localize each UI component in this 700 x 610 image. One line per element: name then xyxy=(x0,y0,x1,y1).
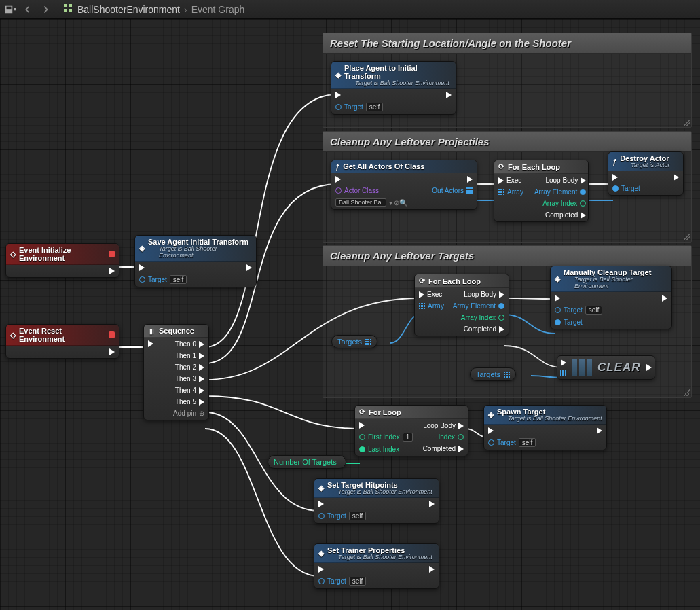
exec-out-pin[interactable] xyxy=(597,427,602,434)
then-3-pin[interactable]: Then 3 xyxy=(175,375,204,382)
exec-in-pin[interactable]: Exec xyxy=(498,177,523,184)
last-index-pin[interactable]: Last Index xyxy=(359,446,413,453)
node-header: ƒ Get All Actors Of Class xyxy=(331,160,477,173)
function-icon: ƒ xyxy=(335,162,339,171)
node-event-initialize[interactable]: ◇ Event Initialize Environment xyxy=(5,243,119,278)
then-2-pin[interactable]: Then 2 xyxy=(175,363,204,371)
exec-in-pin[interactable] xyxy=(318,566,366,573)
out-actors-pin[interactable]: Out Actors xyxy=(432,187,473,194)
exec-out-pin[interactable] xyxy=(674,174,679,181)
index-pin[interactable]: Index xyxy=(439,433,464,441)
exec-in-pin[interactable] xyxy=(139,264,187,271)
array-element-pin[interactable]: Array Element xyxy=(453,302,504,310)
variable-targets-1[interactable]: Targets xyxy=(331,335,377,348)
target-pin[interactable]: Targetself xyxy=(318,512,366,520)
graph-canvas[interactable]: Reset The Starting Location/Angle on the… xyxy=(0,19,700,610)
exec-in-pin[interactable] xyxy=(148,340,153,347)
forward-button[interactable] xyxy=(38,2,53,17)
completed-pin[interactable]: Completed xyxy=(545,211,586,219)
resize-grip-icon[interactable] xyxy=(683,234,690,240)
loop-body-pin[interactable]: Loop Body xyxy=(464,291,504,298)
node-save-agent-initial-transform[interactable]: ◈ Save Agent Initial Transform Target is… xyxy=(134,235,257,287)
back-button[interactable] xyxy=(20,2,35,17)
node-sequence[interactable]: ⫼ Sequence Then 0 Then 1 Then 2 Then 3 T… xyxy=(143,324,209,420)
target-pin[interactable]: Target xyxy=(555,319,602,326)
exec-in-pin[interactable] xyxy=(561,359,566,366)
variable-targets-2[interactable]: Targets xyxy=(470,367,516,381)
target-pin[interactable]: Targetself xyxy=(139,275,187,284)
event-badge-icon xyxy=(109,331,115,338)
node-title: For Each Loop xyxy=(428,277,481,285)
node-set-trainer-properties[interactable]: ◈ Set Trainer Properties Target is Ball … xyxy=(314,543,439,589)
breadcrumb-item-graph[interactable]: Event Graph xyxy=(191,4,245,15)
exec-out-pin[interactable] xyxy=(246,264,252,271)
first-index-pin[interactable]: First Index1 xyxy=(359,433,413,442)
exec-in-pin[interactable] xyxy=(488,427,536,434)
array-in-pin[interactable]: Array xyxy=(419,302,444,310)
breadcrumb-item-blueprint[interactable]: BallShooterEnvironment xyxy=(77,4,180,15)
exec-in-pin[interactable] xyxy=(335,92,383,98)
exec-in-pin[interactable] xyxy=(335,176,407,183)
actor-class-dropdown[interactable]: Ball Shooter Bal▾ ⊘🔍 xyxy=(335,198,407,207)
array-in-pin[interactable] xyxy=(560,370,566,376)
resize-grip-icon[interactable] xyxy=(683,119,690,126)
exec-out-pin[interactable] xyxy=(662,295,667,302)
function-icon: ◈ xyxy=(335,71,341,79)
exec-in-pin[interactable] xyxy=(612,174,640,181)
svg-rect-4 xyxy=(64,9,67,12)
exec-out-pin[interactable] xyxy=(446,92,452,98)
exec-in-pin[interactable] xyxy=(555,295,602,302)
target-pin[interactable]: Targetself xyxy=(488,438,536,447)
target-pin[interactable]: Targetself xyxy=(335,103,383,111)
function-icon: ◈ xyxy=(318,549,324,558)
node-foreach-targets[interactable]: ⟳ For Each Loop Exec Array Loop Body Arr… xyxy=(414,274,509,336)
then-4-pin[interactable]: Then 4 xyxy=(175,387,204,394)
variable-number-of-targets[interactable]: Number Of Targets xyxy=(268,455,346,469)
target-pin[interactable]: Targetself xyxy=(318,577,366,586)
node-header: ⟳ For Each Loop xyxy=(494,160,588,174)
array-index-pin[interactable]: Array Index xyxy=(542,200,586,207)
node-header: ◈ Save Agent Initial Transform Target is… xyxy=(135,236,256,262)
then-0-pin[interactable]: Then 0 xyxy=(175,340,204,348)
node-place-agent[interactable]: ◈ Place Agent to Initial Transform Targe… xyxy=(331,61,456,115)
exec-out-pin[interactable] xyxy=(429,566,435,573)
then-1-pin[interactable]: Then 1 xyxy=(175,352,204,359)
exec-in-pin[interactable] xyxy=(318,501,366,507)
breadcrumb: BallShooterEnvironment › Event Graph xyxy=(62,3,244,16)
target-self-pin[interactable]: Targetself xyxy=(555,306,602,315)
node-destroy-actor[interactable]: ƒ Destroy Actor Target is Actor Target xyxy=(608,151,684,196)
exec-in-pin[interactable] xyxy=(359,422,413,429)
node-set-target-hitpoints[interactable]: ◈ Set Target Hitpoints Target is Ball Sh… xyxy=(314,478,439,524)
actor-class-pin[interactable]: Actor Class xyxy=(335,187,407,194)
resize-grip-icon[interactable] xyxy=(683,389,690,396)
node-manually-cleanup-target[interactable]: ◈ Manually Cleanup Target Target is Ball… xyxy=(550,266,672,329)
exec-in-pin[interactable]: Exec xyxy=(419,291,444,298)
node-for-loop[interactable]: ⟳ For Loop First Index1 Last Index Loop … xyxy=(354,405,468,456)
array-element-pin[interactable]: Array Element xyxy=(532,188,586,196)
node-clear-array[interactable]: CLEAR xyxy=(557,355,655,380)
comment-title: Cleanup Any Leftover Projectiles xyxy=(323,132,691,152)
exec-out-pin[interactable] xyxy=(109,268,115,274)
clear-label: CLEAR xyxy=(597,361,641,374)
exec-out-pin[interactable] xyxy=(467,176,473,183)
exec-out-pin[interactable] xyxy=(429,501,435,507)
exec-out-pin[interactable] xyxy=(109,348,115,355)
node-event-reset[interactable]: ◇ Event Reset Environment xyxy=(5,324,119,359)
loop-body-pin[interactable]: Loop Body xyxy=(423,422,464,429)
completed-pin[interactable]: Completed xyxy=(423,445,464,452)
array-index-pin[interactable]: Array Index xyxy=(461,314,504,321)
loop-icon: ⟳ xyxy=(419,276,425,285)
array-in-pin[interactable]: Array xyxy=(498,188,523,196)
node-foreach-projectiles[interactable]: ⟳ For Each Loop Exec Array Loop Body Arr… xyxy=(494,160,589,222)
exec-out-pin[interactable] xyxy=(646,364,652,371)
node-header: ◈ Manually Cleanup Target Target is Ball… xyxy=(551,266,671,292)
save-dropdown-button[interactable]: ▾ xyxy=(3,2,18,17)
node-spawn-target[interactable]: ◈ Spawn Target Target is Ball Shooter En… xyxy=(483,405,607,450)
add-pin-button[interactable]: Add pin⊕ xyxy=(173,410,204,417)
completed-pin[interactable]: Completed xyxy=(464,325,504,333)
node-get-all-actors[interactable]: ƒ Get All Actors Of Class Actor Class Ba… xyxy=(331,160,477,210)
then-5-pin[interactable]: Then 5 xyxy=(175,398,204,406)
loop-body-pin[interactable]: Loop Body xyxy=(545,177,586,184)
loop-icon: ⟳ xyxy=(498,162,504,171)
target-pin[interactable]: Target xyxy=(612,185,640,192)
